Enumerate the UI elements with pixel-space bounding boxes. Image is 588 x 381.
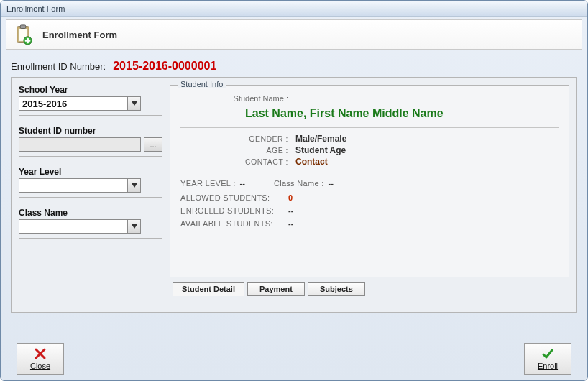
tab-student-detail[interactable]: Student Detail [173,282,244,296]
divider [19,156,162,157]
svg-rect-5 [25,40,31,42]
contact-label: CONTACT : [180,157,295,166]
year-level-label: Year Level [19,167,162,177]
student-id-input[interactable] [19,137,141,152]
enroll-button[interactable]: Enroll [524,343,571,375]
window-title: Enrollment Form [6,4,65,13]
student-id-label: Student ID number [19,126,162,136]
enrollment-id-label: Enrollment ID Number: [11,61,106,72]
class-name-select[interactable] [19,219,141,234]
student-id-block: Student ID number ... [19,126,162,157]
year-level-value [19,179,127,192]
class-name-block: Class Name [19,208,162,239]
divider [19,197,162,198]
enroll-label: Enroll [538,362,558,370]
enrolled-value: -- [288,206,293,215]
tab-row: Student Detail Payment Subjects [170,282,569,296]
year-level-select[interactable] [19,178,141,193]
school-year-select[interactable]: 2015-2016 [19,96,141,111]
student-name-value: Last Name, First Name Middle Name [245,107,559,120]
student-name-label: Student Name : [180,94,295,103]
clipboard-add-icon [12,24,34,45]
divider [19,115,162,116]
svg-rect-2 [20,25,26,29]
header-title: Enrollment Form [42,29,117,40]
bottom-bar: Close Enroll [1,337,587,380]
school-year-block: School Year 2015-2016 [19,85,162,116]
main-panel: School Year 2015-2016 Student ID number [11,77,577,313]
divider [180,127,559,128]
allowed-value: 0 [288,193,293,202]
info-class-name-label: Class Name : [274,179,324,188]
age-label: AGE : [180,146,295,155]
divider [19,238,162,239]
gender-label: GENDER : [180,134,295,143]
tab-payment[interactable]: Payment [247,282,305,296]
enrollment-id-value: 2015-2016-0000001 [113,60,216,73]
available-value: -- [288,219,293,228]
right-column: Student Info Student Name : Last Name, F… [170,85,569,305]
window-titlebar: Enrollment Form [1,1,587,17]
contact-value: Contact [295,157,328,167]
check-icon [541,347,554,360]
left-column: School Year 2015-2016 Student ID number [19,85,170,305]
info-class-name-value: -- [329,179,334,188]
enrollment-window: Enrollment Form Enrollment Form Enrollme… [0,0,588,381]
class-name-value [19,220,127,233]
chevron-down-icon[interactable] [127,220,140,233]
ellipsis-icon: ... [150,140,156,149]
student-info-legend: Student Info [178,80,226,88]
chevron-down-icon[interactable] [127,179,140,192]
school-year-value: 2015-2016 [19,97,127,110]
info-year-level-label: YEAR LEVEL : [180,179,236,188]
info-year-level-value: -- [240,179,245,188]
student-id-value [19,138,140,151]
available-label: AVAILABLE STUDENTS: [180,219,288,228]
student-id-browse-button[interactable]: ... [144,137,162,152]
header-band: Enrollment Form [6,19,582,50]
close-label: Close [30,362,50,370]
tab-subjects[interactable]: Subjects [308,282,365,296]
chevron-down-icon[interactable] [127,97,140,110]
year-level-block: Year Level [19,167,162,198]
student-info-panel: Student Info Student Name : Last Name, F… [170,85,569,277]
class-summary-row: YEAR LEVEL : -- Class Name : -- [180,179,559,188]
enrolled-label: ENROLLED STUDENTS: [180,206,288,215]
age-value: Student Age [295,145,346,155]
counts-block: ALLOWED STUDENTS: 0 ENROLLED STUDENTS: -… [180,193,559,228]
enrollment-id-row: Enrollment ID Number: 2015-2016-0000001 [11,60,577,73]
close-icon [34,347,47,360]
school-year-label: School Year [19,85,162,95]
allowed-label: ALLOWED STUDENTS: [180,193,288,202]
gender-value: Male/Female [295,134,346,144]
close-button[interactable]: Close [17,343,64,375]
divider [180,173,559,173]
class-name-label: Class Name [19,208,162,218]
